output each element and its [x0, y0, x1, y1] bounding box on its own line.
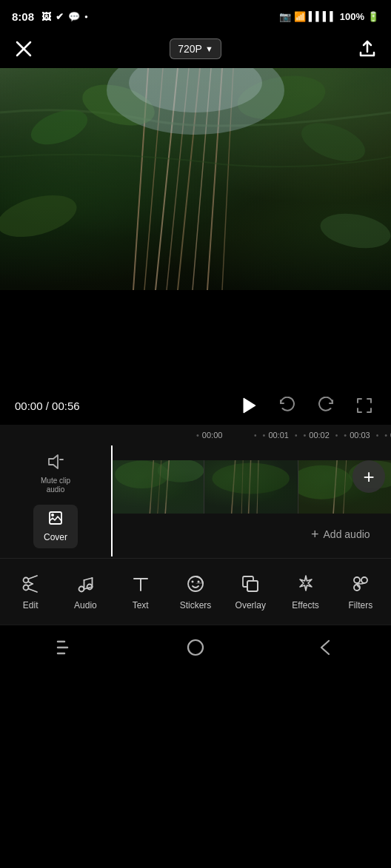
sticker-icon: [186, 574, 205, 596]
current-time: 00:00: [15, 400, 43, 412]
add-clip-button[interactable]: +: [352, 460, 385, 493]
tool-stickers-label: Stickers: [180, 601, 212, 610]
filters-icon: [351, 574, 370, 596]
add-clip-plus-icon: +: [363, 465, 374, 488]
resolution-label: 720P: [178, 43, 202, 55]
check-icon: ✔: [56, 11, 64, 22]
ruler-tick-0: 00:00: [196, 431, 248, 440]
tool-filters[interactable]: Filters: [333, 568, 388, 616]
export-button[interactable]: [354, 36, 381, 62]
svg-point-23: [51, 514, 54, 517]
signal-icon: ▌▌▌▌: [309, 11, 337, 21]
svg-point-62: [361, 577, 367, 583]
add-audio-row[interactable]: + Add audio: [111, 519, 391, 549]
rope-lines: [0, 68, 391, 290]
cover-label: Cover: [44, 532, 67, 542]
tool-edit[interactable]: Edit: [3, 568, 58, 616]
playhead: [111, 445, 113, 556]
svg-point-16: [318, 209, 391, 253]
ruler-tick-1: 00:01: [263, 431, 289, 440]
timeline-section: 00:00 • 00:01 • 00:02 • 00:03 • 00:0... …: [0, 425, 391, 558]
svg-point-47: [79, 586, 84, 591]
nav-back-button[interactable]: [261, 639, 391, 656]
svg-point-56: [191, 580, 193, 582]
top-bar: 720P ▼: [0, 30, 391, 68]
overlay-icon: [241, 574, 260, 596]
svg-point-15: [0, 188, 81, 245]
bottom-toolbar: Edit Audio Text: [0, 558, 391, 625]
black-spacer: [0, 290, 391, 386]
control-icons: [237, 394, 376, 417]
svg-point-61: [354, 577, 360, 583]
play-button[interactable]: [237, 394, 261, 417]
svg-point-57: [197, 580, 199, 582]
svg-marker-20: [49, 455, 58, 468]
time-display: 00:00 / 00:56: [15, 400, 80, 412]
playback-controls: 00:00 / 00:56: [0, 386, 391, 425]
time-separator: /: [46, 400, 52, 412]
ruler-tick-3: 00:03: [344, 431, 370, 440]
battery-text: 100%: [340, 11, 364, 22]
tool-effects[interactable]: Effects: [278, 568, 332, 616]
tool-text[interactable]: Text: [113, 568, 168, 616]
tool-effects-label: Effects: [292, 601, 318, 610]
video-preview: [0, 68, 391, 290]
fullscreen-button[interactable]: [352, 394, 376, 417]
ruler-tick-4: 00:0...: [384, 431, 391, 440]
cover-icon: [48, 511, 63, 529]
ruler-dot-2: •: [335, 431, 338, 440]
wifi-icon: 📶: [294, 11, 306, 22]
tool-audio[interactable]: Audio: [58, 568, 113, 616]
ruler-dot-3: •: [376, 431, 379, 440]
messenger-icon: 💬: [68, 11, 80, 22]
tool-overlay-label: Overlay: [235, 601, 266, 610]
tool-text-label: Text: [133, 601, 149, 610]
tool-audio-label: Audio: [74, 601, 97, 610]
status-right-icons: 📷 📶 ▌▌▌▌ 100% 🔋: [279, 11, 379, 22]
undo-button[interactable]: [275, 394, 299, 417]
text-icon: [131, 574, 150, 596]
speaker-icon: [47, 454, 64, 474]
nav-bar: [0, 625, 391, 669]
battery-icon: 🔋: [367, 11, 379, 22]
ruler-dot-1: •: [295, 431, 298, 440]
svg-point-14: [296, 115, 370, 169]
svg-line-52: [84, 578, 93, 580]
ruler-tick-2: 00:02: [303, 431, 329, 440]
svg-point-67: [188, 640, 203, 655]
redo-button[interactable]: [314, 394, 338, 417]
add-audio-label: Add audio: [324, 528, 370, 540]
video-frame: [0, 68, 391, 290]
video-strip[interactable]: [111, 460, 391, 514]
svg-line-44: [28, 588, 37, 592]
total-time: 00:56: [52, 400, 80, 412]
add-audio-plus-icon: +: [311, 527, 319, 542]
timeline-ruler: 00:00 • 00:01 • 00:02 • 00:03 • 00:0...: [0, 425, 391, 445]
ruler-dot-0: •: [254, 431, 257, 440]
status-time: 8:08 🖼 ✔ 💬 ●: [12, 10, 88, 23]
svg-line-46: [28, 584, 33, 586]
svg-line-43: [28, 576, 37, 579]
svg-rect-59: [247, 581, 258, 591]
tool-overlay[interactable]: Overlay: [223, 568, 278, 616]
tool-stickers[interactable]: Stickers: [168, 568, 223, 616]
gallery-icon: 🖼: [41, 11, 51, 22]
nav-home-button[interactable]: [130, 639, 261, 656]
effects-icon: [296, 574, 315, 596]
camera-icon: 📷: [279, 11, 291, 22]
dot-icon: ●: [84, 13, 88, 20]
video-thumb-1[interactable]: [204, 460, 297, 514]
video-strip-area: + + Add audio: [111, 445, 391, 556]
video-thumb-0[interactable]: [111, 460, 204, 514]
scissors-icon: [21, 574, 40, 596]
resolution-button[interactable]: 720P ▼: [170, 38, 221, 59]
mute-label: Mute clipaudio: [41, 477, 70, 494]
timeline-tracks: Mute clipaudio Cover: [0, 445, 391, 556]
cover-button[interactable]: Cover: [33, 505, 78, 548]
tool-filters-label: Filters: [348, 601, 372, 610]
mute-audio-button[interactable]: Mute clipaudio: [41, 454, 70, 494]
svg-marker-19: [244, 398, 255, 413]
close-button[interactable]: [10, 36, 37, 62]
resolution-arrow-icon: ▼: [205, 44, 213, 53]
nav-menu-button[interactable]: [0, 639, 130, 656]
